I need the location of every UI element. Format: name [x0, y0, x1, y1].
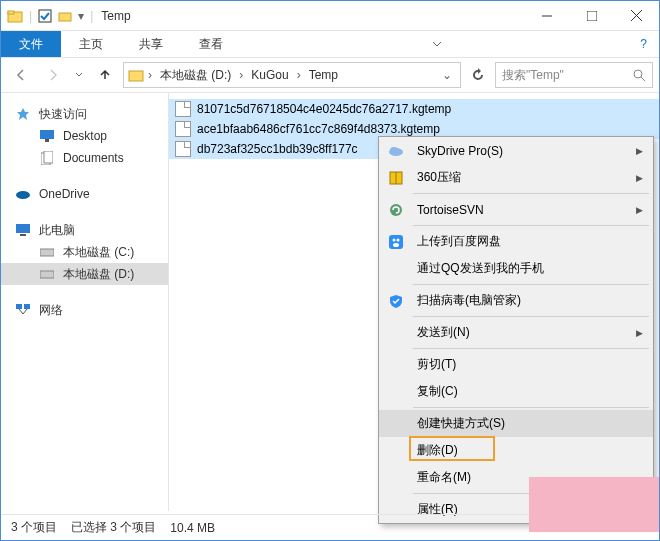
context-menu-label: SkyDrive Pro(S) [417, 144, 503, 158]
breadcrumb-segment[interactable]: KuGou [247, 68, 292, 82]
file-icon [175, 121, 191, 137]
context-menu-item[interactable]: 发送到(N)▶ [379, 319, 653, 346]
quick-access-toolbar: | ▾ | [1, 8, 93, 24]
breadcrumb[interactable]: › 本地磁盘 (D:) › KuGou › Temp ⌄ [123, 62, 461, 88]
svg-rect-15 [44, 151, 53, 163]
context-menu-item[interactable]: 创建快捷方式(S) [379, 410, 653, 437]
svg-rect-19 [40, 249, 54, 256]
context-menu-label: 通过QQ发送到我的手机 [417, 260, 544, 277]
svg-point-29 [390, 204, 402, 216]
refresh-button[interactable] [465, 68, 491, 82]
context-menu-separator [413, 407, 649, 408]
ribbon-tab-view[interactable]: 查看 [181, 31, 241, 57]
sidebar-item-desktop[interactable]: Desktop [1, 125, 168, 147]
svg-rect-13 [45, 139, 49, 142]
window-controls [524, 2, 659, 30]
drive-icon [39, 244, 55, 260]
breadcrumb-dropdown[interactable]: ⌄ [438, 68, 456, 82]
context-menu-label: 扫描病毒(电脑管家) [417, 292, 521, 309]
context-menu-item[interactable]: 剪切(T) [379, 351, 653, 378]
context-menu-item[interactable]: 复制(C) [379, 378, 653, 405]
context-menu-label: 发送到(N) [417, 324, 470, 341]
qat-divider: | [29, 9, 32, 23]
context-menu-item[interactable]: 上传到百度网盘 [379, 228, 653, 255]
svn-icon [387, 201, 405, 219]
svg-rect-3 [59, 13, 71, 21]
context-menu: SkyDrive Pro(S)▶360压缩▶TortoiseSVN▶上传到百度网… [378, 136, 654, 524]
svg-rect-5 [587, 11, 597, 21]
drive-icon [128, 67, 144, 83]
maximize-button[interactable] [569, 2, 614, 30]
chevron-right-icon[interactable]: › [146, 68, 154, 82]
svg-point-16 [16, 191, 30, 199]
chevron-right-icon[interactable]: › [295, 68, 303, 82]
ribbon-tab-share[interactable]: 共享 [121, 31, 181, 57]
addressbar: › 本地磁盘 (D:) › KuGou › Temp ⌄ 搜索"Temp" [1, 57, 659, 93]
file-name: ace1bfaab6486cf761cc7c869f4d8373.kgtemp [197, 122, 440, 136]
context-menu-label: 上传到百度网盘 [417, 233, 501, 250]
nav-up-button[interactable] [91, 61, 119, 89]
sidebar-item-documents[interactable]: Documents [1, 147, 168, 169]
chevron-right-icon[interactable]: › [237, 68, 245, 82]
breadcrumb-segment[interactable]: 本地磁盘 (D:) [156, 67, 235, 84]
folder-icon [7, 8, 23, 24]
sidebar-quick-access[interactable]: 快速访问 [1, 103, 168, 125]
checkbox-icon[interactable] [38, 9, 52, 23]
context-menu-item[interactable]: 删除(D) [379, 437, 653, 464]
context-menu-item[interactable]: 360压缩▶ [379, 164, 653, 191]
context-menu-label: 创建快捷方式(S) [417, 415, 505, 432]
file-row[interactable]: 81071c5d76718504c4e0245dc76a2717.kgtemp [169, 99, 659, 119]
file-name: db723af325cc1bdb39c8ff177c [197, 142, 358, 156]
svg-rect-22 [24, 304, 30, 309]
nav-forward-button[interactable] [39, 61, 67, 89]
status-size: 10.4 MB [170, 521, 215, 535]
submenu-arrow-icon: ▶ [636, 173, 643, 183]
sidebar-drive-d[interactable]: 本地磁盘 (D:) [1, 263, 168, 285]
svg-rect-17 [16, 224, 30, 233]
svg-line-10 [641, 77, 645, 81]
context-menu-label: TortoiseSVN [417, 203, 484, 217]
ribbon-expand-button[interactable] [423, 31, 451, 57]
svg-rect-2 [39, 10, 51, 22]
nav-history-button[interactable] [71, 61, 87, 89]
baidu-icon [387, 233, 405, 251]
svg-point-32 [397, 238, 400, 241]
submenu-arrow-icon: ▶ [636, 205, 643, 215]
file-name: 81071c5d76718504c4e0245dc76a2717.kgtemp [197, 102, 451, 116]
drive-icon [39, 266, 55, 282]
context-menu-label: 剪切(T) [417, 356, 456, 373]
star-icon [15, 106, 31, 122]
qat-dropdown[interactable]: ▾ [78, 9, 84, 23]
file-icon [175, 141, 191, 157]
svg-marker-11 [17, 108, 29, 120]
svg-rect-12 [40, 130, 54, 139]
svg-rect-20 [40, 271, 54, 278]
submenu-arrow-icon: ▶ [636, 146, 643, 156]
context-menu-separator [413, 348, 649, 349]
sidebar-onedrive[interactable]: OneDrive [1, 183, 168, 205]
ribbon: 文件 主页 共享 查看 ? [1, 31, 659, 57]
ribbon-tab-home[interactable]: 主页 [61, 31, 121, 57]
nav-back-button[interactable] [7, 61, 35, 89]
sidebar-drive-c[interactable]: 本地磁盘 (C:) [1, 241, 168, 263]
context-menu-label: 删除(D) [417, 442, 458, 459]
minimize-button[interactable] [524, 2, 569, 30]
svg-point-26 [390, 147, 398, 153]
ribbon-help-button[interactable]: ? [632, 31, 659, 57]
context-menu-separator [413, 225, 649, 226]
breadcrumb-segment[interactable]: Temp [305, 68, 342, 82]
overlay-block [529, 477, 659, 532]
svg-rect-21 [16, 304, 22, 309]
sidebar-this-pc[interactable]: 此电脑 [1, 219, 168, 241]
close-button[interactable] [614, 2, 659, 30]
network-icon [15, 302, 31, 318]
ribbon-tab-file[interactable]: 文件 [1, 31, 61, 57]
context-menu-item[interactable]: 通过QQ发送到我的手机 [379, 255, 653, 282]
context-menu-item[interactable]: 扫描病毒(电脑管家) [379, 287, 653, 314]
sidebar-network[interactable]: 网络 [1, 299, 168, 321]
context-menu-item[interactable]: TortoiseSVN▶ [379, 196, 653, 223]
search-input[interactable]: 搜索"Temp" [495, 62, 653, 88]
navigation-pane: 快速访问 Desktop Documents OneDrive 此电脑 [1, 93, 169, 511]
context-menu-item[interactable]: SkyDrive Pro(S)▶ [379, 137, 653, 164]
status-item-count: 3 个项目 [11, 519, 57, 536]
